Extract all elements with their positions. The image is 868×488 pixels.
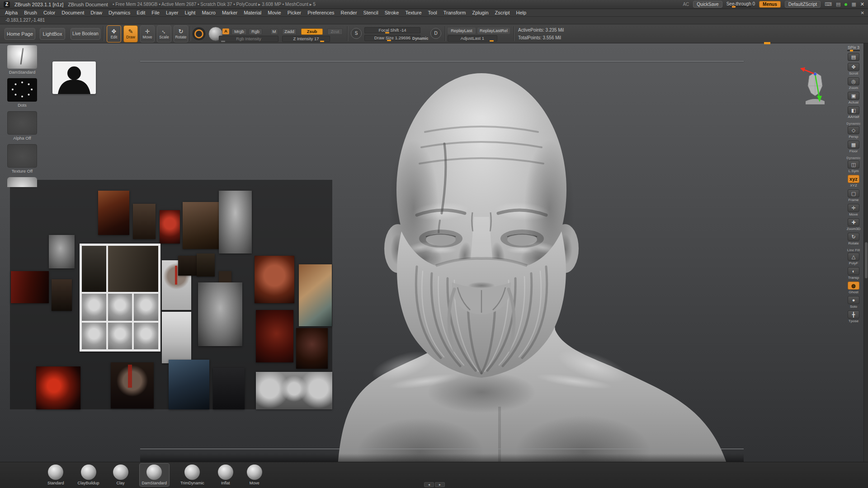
shelf-item-icon[interactable]: △ <box>848 253 859 261</box>
brush-preset[interactable]: Clay <box>111 464 131 486</box>
current-brush-thumbnail[interactable]: Alpha Off <box>7 111 37 141</box>
reference-image-board[interactable] <box>10 180 332 409</box>
replay-last-button[interactable]: ReplayLast <box>448 28 476 34</box>
menu-item[interactable]: Layer <box>163 9 182 16</box>
shelf-item-icon[interactable]: ◫ <box>848 160 859 169</box>
scale-mode-button[interactable]: ↔ Scale <box>157 25 171 42</box>
right-shelf-item[interactable]: ● Solo <box>848 296 859 309</box>
pager-prev-button[interactable]: ◂ <box>424 482 434 487</box>
reference-thumbnail[interactable] <box>256 310 293 362</box>
spix-slider[interactable]: SPix 3 <box>847 45 860 51</box>
reference-thumbnail[interactable] <box>178 256 199 276</box>
reference-thumbnail[interactable] <box>36 366 80 409</box>
tablet-icon[interactable]: ▦ <box>851 1 856 7</box>
thumbnail-image[interactable] <box>7 177 37 187</box>
right-shelf-item[interactable]: ↻ Rotate <box>848 233 859 245</box>
shelf-item-icon[interactable]: ✚ <box>848 218 859 226</box>
thumbnail-image[interactable] <box>7 45 37 69</box>
reference-thumbnail[interactable] <box>183 202 220 249</box>
menu-item[interactable]: Stroke <box>382 9 402 16</box>
reference-thumbnail[interactable] <box>111 362 154 408</box>
move-mode-button[interactable]: ✛ Move <box>140 25 155 42</box>
adjust-last-slider[interactable]: AdjustLast 1 <box>448 35 497 42</box>
current-brush-thumbnail[interactable]: Dots <box>7 78 37 108</box>
brush-preset[interactable]: Move <box>245 464 264 486</box>
menu-item[interactable]: Zscript <box>492 9 513 16</box>
shelf-item-icon[interactable]: ▤ <box>848 53 859 61</box>
lightbox-button[interactable]: LightBox <box>40 28 65 40</box>
right-shelf-item[interactable]: △ PolyF <box>848 253 859 265</box>
right-shelf-item[interactable]: ◇ Persp <box>848 126 859 139</box>
menu-item[interactable]: Marker <box>219 9 241 16</box>
menu-item[interactable]: Render <box>338 9 360 16</box>
reference-thumbnail[interactable] <box>197 253 215 277</box>
reference-collage[interactable] <box>80 244 160 352</box>
shelf-item-icon[interactable]: ✛ <box>848 204 859 212</box>
menu-item[interactable]: Macro <box>198 9 219 16</box>
reference-thumbnail[interactable] <box>133 204 156 239</box>
thumbnail-image[interactable] <box>7 144 37 168</box>
keyboard-icon[interactable]: ⌨ <box>825 1 832 7</box>
right-shelf-item[interactable]: ◧ AAHalf <box>848 106 859 119</box>
scrollbar-thumb[interactable] <box>865 242 868 278</box>
silhouette-reference-thumbnail[interactable] <box>52 61 96 94</box>
rotate-mode-button[interactable]: ↻ Rotate <box>174 25 188 42</box>
z-intensity-slider[interactable]: Z Intensity 17 <box>282 36 330 42</box>
right-shelf-item[interactable]: ✚ Zoom3D <box>847 218 861 231</box>
shelf-item-icon[interactable]: ✥ <box>848 63 859 71</box>
stroke-picker-icon[interactable] <box>192 27 206 41</box>
shelf-item-icon[interactable]: ╋ <box>848 310 859 319</box>
draw-mode-button[interactable]: ✎ Draw <box>123 25 138 42</box>
menu-item[interactable]: Material <box>241 9 264 16</box>
shelf-item-icon[interactable]: ▢ <box>848 189 859 197</box>
menu-item[interactable]: Transform <box>440 9 469 16</box>
current-brush-thumbnail[interactable] <box>7 177 37 187</box>
menu-item[interactable]: Color <box>40 9 58 16</box>
reference-thumbnail[interactable] <box>256 372 332 409</box>
camera-orientation-gizmo[interactable] <box>800 62 830 108</box>
shelf-item-icon[interactable]: ▦ <box>848 141 859 149</box>
menus-toggle[interactable]: Menus <box>759 1 781 8</box>
shelf-item-icon[interactable]: ↻ <box>848 233 859 241</box>
reference-thumbnail[interactable] <box>213 368 245 409</box>
menu-item[interactable]: Document <box>58 9 87 16</box>
menubar-close-icon[interactable]: ✕ <box>857 10 868 15</box>
close-icon[interactable]: ✕ <box>860 1 864 7</box>
right-shelf-item[interactable]: ✥ Scroll <box>848 63 859 75</box>
shelf-item-icon[interactable]: ▣ <box>848 92 859 100</box>
reference-thumbnail[interactable] <box>198 282 242 346</box>
default-zscript-button[interactable]: DefaultZScript <box>785 1 821 8</box>
zcut-button[interactable]: Zcut <box>327 28 343 35</box>
right-shelf-item[interactable]: ▣ Actual <box>848 92 859 104</box>
reference-thumbnail[interactable] <box>255 256 294 303</box>
edit-mode-button[interactable]: ✥ Edit <box>107 25 121 42</box>
menu-item[interactable]: Preferences <box>304 9 337 16</box>
menu-item[interactable]: Help <box>513 9 530 16</box>
monitor-icon[interactable]: ▤ <box>836 1 840 7</box>
brush-preset[interactable]: Standard <box>45 464 66 486</box>
shelf-size-handle[interactable] <box>764 42 770 44</box>
right-shelf-item[interactable]: ◎ Zoom <box>848 77 859 90</box>
reference-thumbnail[interactable] <box>162 312 191 363</box>
shelf-item-icon[interactable]: ◐ <box>848 267 859 275</box>
reference-thumbnail[interactable] <box>169 360 209 409</box>
menu-item[interactable]: Texture <box>402 9 425 16</box>
quicksave-button[interactable]: QuickSave <box>693 1 722 8</box>
reference-thumbnail[interactable] <box>296 328 328 369</box>
menu-item[interactable]: Tool <box>425 9 440 16</box>
reference-thumbnail[interactable] <box>160 210 180 244</box>
menu-item[interactable]: File <box>148 9 163 16</box>
shelf-item-icon[interactable]: ● <box>848 296 859 304</box>
stroke-curve-icon[interactable]: S <box>351 28 362 39</box>
pager-next-button[interactable]: ▸ <box>435 482 445 487</box>
dynamic-label[interactable]: Dynamic <box>412 36 428 41</box>
thumbnail-image[interactable] <box>7 78 37 102</box>
menu-item[interactable]: Zplugin <box>469 9 491 16</box>
shelf-item-icon[interactable]: ◎ <box>848 77 859 85</box>
m-button[interactable]: M <box>270 28 278 35</box>
right-shelf-item[interactable]: ◐ Transp <box>848 267 859 280</box>
menu-item[interactable]: Brush <box>21 9 40 16</box>
right-shelf-item[interactable]: ▤ <box>848 53 859 61</box>
menu-item[interactable]: Movie <box>264 9 284 16</box>
reference-thumbnail[interactable] <box>11 271 49 303</box>
